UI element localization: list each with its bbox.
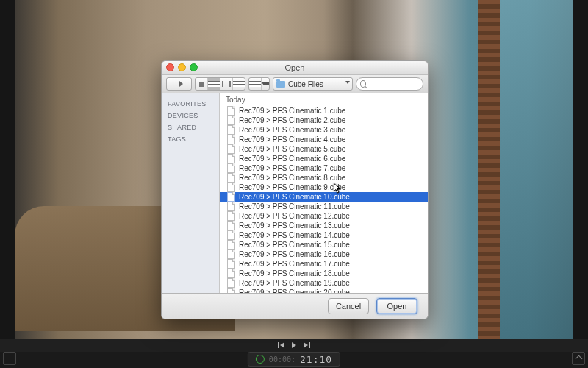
file-name: Rec709 > PFS Cinematic 12.cube xyxy=(239,212,350,220)
folder-icon xyxy=(276,81,285,88)
file-row[interactable]: Rec709 > PFS Cinematic 19.cube xyxy=(220,278,428,288)
sidebar: FAVORITESDEVICESSHAREDTAGS xyxy=(162,93,220,293)
file-row[interactable]: Rec709 > PFS Cinematic 15.cube xyxy=(220,240,428,250)
dialog-titlebar[interactable]: Open xyxy=(162,61,428,75)
chevron-right-icon xyxy=(179,81,191,87)
coverflow-view-button[interactable] xyxy=(233,78,245,90)
sidebar-section-shared[interactable]: SHARED xyxy=(162,121,219,133)
file-row[interactable]: Rec709 > PFS Cinematic 3.cube xyxy=(220,125,428,135)
close-icon[interactable] xyxy=(166,63,174,71)
file-icon xyxy=(227,116,235,125)
next-button[interactable] xyxy=(304,342,310,348)
file-name: Rec709 > PFS Cinematic 16.cube xyxy=(239,250,350,258)
file-name: Rec709 > PFS Cinematic 4.cube xyxy=(239,135,345,144)
file-icon xyxy=(227,250,235,259)
file-row[interactable]: Rec709 > PFS Cinematic 17.cube xyxy=(220,259,428,269)
file-row[interactable]: Rec709 > PFS Cinematic 13.cube xyxy=(220,221,428,230)
minimize-icon[interactable] xyxy=(178,63,186,71)
coverflow-icon xyxy=(233,81,245,87)
zoom-icon[interactable] xyxy=(190,63,198,71)
chevron-down-icon xyxy=(345,81,350,84)
file-name: Rec709 > PFS Cinematic 1.cube xyxy=(239,107,345,115)
file-row[interactable]: Rec709 > PFS Cinematic 20.cube xyxy=(220,288,428,293)
columns-icon xyxy=(222,81,231,87)
file-row[interactable]: Rec709 > PFS Cinematic 11.cube xyxy=(220,202,428,211)
dialog-title: Open xyxy=(285,63,305,72)
scene-brick-pillar xyxy=(478,0,500,339)
file-icon xyxy=(227,278,235,288)
icon-view-button[interactable] xyxy=(196,78,208,90)
list-view-button[interactable] xyxy=(208,78,220,90)
file-row[interactable]: Rec709 > PFS Cinematic 14.cube xyxy=(220,230,428,240)
file-row[interactable]: Rec709 > PFS Cinematic 10.cube xyxy=(220,192,428,202)
file-row[interactable]: Rec709 > PFS Cinematic 2.cube xyxy=(220,116,428,125)
file-name: Rec709 > PFS Cinematic 19.cube xyxy=(239,279,350,287)
file-row[interactable]: Rec709 > PFS Cinematic 7.cube xyxy=(220,163,428,173)
left-corner-button[interactable] xyxy=(3,352,16,365)
file-row[interactable]: Rec709 > PFS Cinematic 18.cube xyxy=(220,269,428,278)
file-name: Rec709 > PFS Cinematic 14.cube xyxy=(239,231,350,239)
search-icon xyxy=(360,80,366,88)
chevron-left-icon xyxy=(167,81,179,87)
file-icon xyxy=(227,125,235,135)
search-field[interactable] xyxy=(356,77,423,91)
timecode-display[interactable]: 00:00: 21:10 xyxy=(248,352,340,367)
cancel-button[interactable]: Cancel xyxy=(328,298,369,314)
open-button[interactable]: Open xyxy=(376,298,417,314)
file-row[interactable]: Rec709 > PFS Cinematic 6.cube xyxy=(220,154,428,163)
chevron-down-icon xyxy=(262,82,269,85)
sidebar-section-tags[interactable]: TAGS xyxy=(162,133,219,145)
file-row[interactable]: Rec709 > PFS Cinematic 5.cube xyxy=(220,144,428,154)
view-mode-segment xyxy=(195,77,245,91)
file-row[interactable]: Rec709 > PFS Cinematic 9.cube xyxy=(220,183,428,192)
file-icon xyxy=(227,288,235,293)
prev-button[interactable] xyxy=(278,342,284,348)
arrange-menu[interactable] xyxy=(248,77,270,91)
file-icon xyxy=(227,192,235,202)
file-icon xyxy=(227,259,235,269)
play-button[interactable] xyxy=(292,342,296,348)
group-header: Today xyxy=(220,93,428,106)
forward-button[interactable] xyxy=(179,78,191,90)
file-row[interactable]: Rec709 > PFS Cinematic 16.cube xyxy=(220,250,428,259)
timecode-prefix: 00:00: xyxy=(269,355,295,364)
file-name: Rec709 > PFS Cinematic 8.cube xyxy=(239,174,345,182)
file-name: Rec709 > PFS Cinematic 2.cube xyxy=(239,116,345,124)
file-list[interactable]: Rec709 > PFS Cinematic 1.cubeRec709 > PF… xyxy=(220,106,428,293)
file-name: Rec709 > PFS Cinematic 13.cube xyxy=(239,222,350,230)
list-icon xyxy=(208,81,220,87)
sidebar-section-favorites[interactable]: FAVORITES xyxy=(162,98,219,110)
frame-letterbox-right xyxy=(573,0,588,368)
file-row[interactable]: Rec709 > PFS Cinematic 4.cube xyxy=(220,135,428,144)
sidebar-section-devices[interactable]: DEVICES xyxy=(162,110,219,121)
file-row[interactable]: Rec709 > PFS Cinematic 1.cube xyxy=(220,106,428,116)
file-icon xyxy=(227,240,235,250)
file-row[interactable]: Rec709 > PFS Cinematic 8.cube xyxy=(220,173,428,183)
grid-icon xyxy=(199,82,204,87)
file-name: Rec709 > PFS Cinematic 9.cube xyxy=(239,183,345,191)
file-name: Rec709 > PFS Cinematic 6.cube xyxy=(239,155,345,163)
file-name: Rec709 > PFS Cinematic 7.cube xyxy=(239,164,345,172)
timecode-value: 21:10 xyxy=(300,354,332,365)
arrange-icon xyxy=(249,81,261,87)
file-name: Rec709 > PFS Cinematic 10.cube xyxy=(239,193,350,201)
back-button[interactable] xyxy=(167,78,179,90)
file-name: Rec709 > PFS Cinematic 11.cube xyxy=(239,202,350,210)
location-popup[interactable]: Cube Files xyxy=(273,77,353,91)
file-row[interactable]: Rec709 > PFS Cinematic 12.cube xyxy=(220,211,428,221)
column-view-button[interactable] xyxy=(220,78,233,90)
file-name: Rec709 > PFS Cinematic 15.cube xyxy=(239,241,350,249)
search-input[interactable] xyxy=(368,79,419,89)
file-name: Rec709 > PFS Cinematic 3.cube xyxy=(239,126,345,134)
fullscreen-button[interactable] xyxy=(572,352,585,365)
file-icon xyxy=(227,269,235,278)
file-icon xyxy=(227,221,235,230)
file-name: Rec709 > PFS Cinematic 18.cube xyxy=(239,269,350,277)
file-name: Rec709 > PFS Cinematic 5.cube xyxy=(239,145,345,153)
scene-window xyxy=(500,0,573,339)
file-icon xyxy=(227,106,235,116)
file-icon xyxy=(227,230,235,240)
open-dialog: Open Cube Files FAVORITESDEVICESSHAREDTA… xyxy=(161,60,429,319)
file-name: Rec709 > PFS Cinematic 17.cube xyxy=(239,260,350,268)
location-label: Cube Files xyxy=(288,80,323,88)
